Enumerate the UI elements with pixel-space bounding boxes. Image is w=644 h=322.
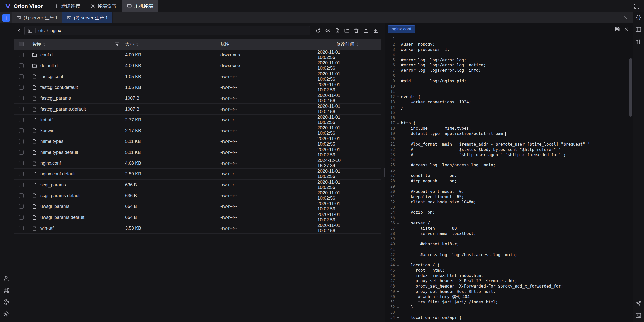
code-line[interactable]: 44 location / { (385, 263, 633, 268)
code-line[interactable]: 49 proxy_set_header Host $http_host; (385, 289, 633, 294)
fold-chevron-icon[interactable] (395, 95, 401, 99)
code-line[interactable]: 32 client_max_body_size 1048m; (385, 200, 633, 205)
row-checkbox[interactable] (19, 193, 24, 198)
code-line[interactable]: 25 #access_log logs/access.log main; (385, 163, 633, 168)
row-checkbox[interactable] (19, 85, 24, 90)
code-line[interactable]: 20 (385, 136, 633, 142)
code-line[interactable]: 12events { (385, 94, 633, 100)
file-name[interactable]: uwsgi_params (40, 204, 69, 209)
download-icon[interactable] (371, 26, 380, 35)
save-icon[interactable] (615, 26, 620, 32)
code-line[interactable]: 36 server { (385, 221, 633, 226)
table-row[interactable]: fastcgi.conf1.05 KB-rw-r--r--2020-11-01 … (14, 71, 381, 82)
code-line[interactable]: 16 (385, 115, 633, 121)
file-name[interactable]: fastcgi.conf.default (40, 85, 78, 90)
fold-chevron-icon[interactable] (395, 222, 401, 225)
row-checkbox[interactable] (19, 53, 24, 57)
braces-icon[interactable]: {} (636, 15, 641, 20)
code-line[interactable]: 31 keepalive_timeout 65; (385, 194, 633, 200)
code-line[interactable]: 11 (385, 89, 633, 94)
splitter-handle[interactable] (384, 168, 385, 177)
back-button[interactable] (15, 26, 23, 35)
upload-icon[interactable] (362, 26, 370, 35)
column-header-name[interactable]: 名称 (32, 41, 46, 47)
column-header-mtime[interactable]: 修改时间 (336, 41, 359, 47)
row-checkbox[interactable] (19, 63, 24, 68)
editor-file-tab[interactable]: nginx.conf (388, 25, 415, 33)
code-line[interactable]: 17http { (385, 121, 633, 126)
fold-chevron-icon[interactable] (395, 290, 401, 293)
editor-scrollbar-thumb[interactable] (629, 58, 632, 117)
code-line[interactable]: 26 (385, 168, 633, 173)
filter-icon[interactable] (115, 42, 119, 47)
code-line[interactable]: 41 (385, 247, 633, 252)
new-folder-icon[interactable] (343, 26, 351, 35)
table-row[interactable]: fastcgi_params.default1007 B-rw-r--r--20… (14, 104, 381, 115)
row-checkbox[interactable] (19, 107, 24, 111)
code-line[interactable]: 48 proxy_set_header X-Forwarded-For $pro… (385, 284, 633, 289)
editor-body[interactable]: 12#user nobody;3worker_processes 1;45#er… (385, 35, 633, 322)
code-line[interactable]: 23 # '"$http_user_agent" "$http_x_forwar… (385, 152, 633, 158)
new-file-icon[interactable] (333, 26, 342, 35)
code-line[interactable]: 38 server_name localhost; (385, 231, 633, 236)
code-line[interactable]: 52 } (385, 305, 633, 310)
code-line[interactable]: 8 (385, 73, 633, 79)
row-checkbox[interactable] (19, 150, 24, 155)
show-hidden-eye-icon[interactable] (324, 26, 332, 35)
layout-panel-icon[interactable] (635, 26, 641, 32)
table-row[interactable]: nginx.conf4.68 KB-rw-r--r--2024-12-10 16… (14, 158, 381, 169)
panel-splitter[interactable] (383, 23, 385, 322)
code-line[interactable]: 53 (385, 310, 633, 315)
row-checkbox[interactable] (19, 226, 24, 230)
file-name[interactable]: scgi_params.default (40, 193, 81, 198)
file-name[interactable]: nginx.conf.default (40, 171, 76, 177)
code-line[interactable]: 42 #access_log logs/host.access.log main… (385, 252, 633, 258)
breadcrumb-segment[interactable]: nginx (50, 28, 61, 33)
code-line[interactable]: 6#error_log logs/error.log notice; (385, 63, 633, 68)
code-line[interactable]: 1 (385, 37, 633, 42)
file-name[interactable]: fastcgi.conf (40, 74, 63, 79)
menu-terminal-settings[interactable]: 终端设置 (85, 0, 122, 12)
code-line[interactable]: 19 default_type application/octet-stream… (385, 131, 633, 136)
code-line[interactable]: 43 (385, 257, 633, 263)
table-row[interactable]: uwsgi_params.default664 B-rw-r--r--2020-… (14, 212, 381, 223)
file-name[interactable]: fastcgi_params (40, 96, 71, 101)
code-line[interactable]: 15 (385, 110, 633, 115)
code-line[interactable]: 10 (385, 84, 633, 89)
code-line[interactable]: 2#user nobody; (385, 42, 633, 47)
user-icon[interactable] (3, 275, 9, 281)
table-row[interactable]: fastcgi_params1007 B-rw-r--r--2020-11-01… (14, 93, 381, 104)
code-line[interactable]: 29 (385, 184, 633, 189)
table-row[interactable]: koi-win2.17 KB-rw-r--r--2020-11-01 10:02… (14, 125, 381, 136)
menu-new-connection[interactable]: 新建连接 (49, 0, 85, 12)
code-line[interactable]: 35 (385, 215, 633, 221)
row-checkbox[interactable] (19, 128, 24, 133)
code-line[interactable]: 54 location /orion/api { (385, 315, 633, 320)
code-line[interactable]: 40 #charset koi8-r; (385, 242, 633, 247)
swap-vertical-icon[interactable] (635, 39, 641, 45)
fold-chevron-icon[interactable] (395, 306, 401, 309)
close-all-button[interactable] (623, 15, 628, 20)
table-row[interactable]: koi-utf2.77 KB-rw-r--r--2020-11-01 10:02… (14, 115, 381, 125)
fullscreen-button[interactable] (634, 3, 640, 9)
row-checkbox[interactable] (19, 172, 24, 176)
file-name[interactable]: fastcgi_params.default (40, 106, 86, 112)
sort-carets-icon[interactable] (43, 42, 46, 46)
sort-carets-icon[interactable] (356, 42, 359, 46)
file-name[interactable]: koi-utf (40, 117, 53, 123)
code-line[interactable]: 18 include mime.types; (385, 126, 633, 131)
code-line[interactable]: 4 (385, 52, 633, 58)
file-name[interactable]: mime.types.default (40, 150, 78, 155)
code-line[interactable]: 47 proxy_set_header X-Real-IP $remote_ad… (385, 278, 633, 284)
code-line[interactable]: 27 sendfile on; (385, 173, 633, 178)
sort-carets-icon[interactable] (136, 42, 139, 46)
theme-icon[interactable] (3, 299, 9, 305)
terminal-tab[interactable]: (1) server-生产-1 (12, 12, 62, 23)
code-line[interactable]: 37 listen 80; (385, 226, 633, 231)
table-row[interactable]: mime.types.default5.11 KB-rw-r--r--2020-… (14, 147, 381, 158)
column-header-size[interactable]: 大小 (125, 41, 139, 47)
code-line[interactable]: 45 root html; (385, 268, 633, 273)
settings-gear-icon[interactable] (3, 311, 9, 317)
code-line[interactable]: 13 worker_connections 1024; (385, 100, 633, 105)
code-line[interactable]: 7#error_log logs/error.log info; (385, 68, 633, 73)
